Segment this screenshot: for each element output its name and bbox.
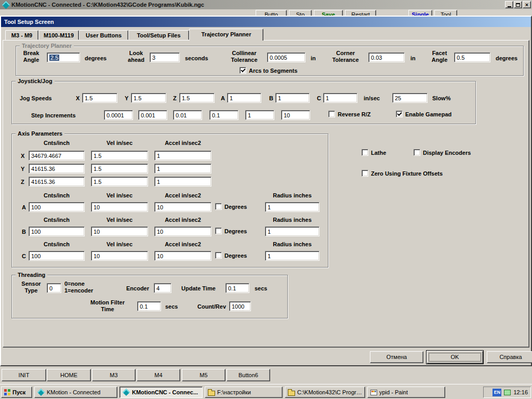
tab-tool-setup-files[interactable]: Tool/Setup Files xyxy=(128,30,189,40)
update-time-input[interactable]: 0.1 xyxy=(225,283,249,293)
look-ahead-input[interactable]: 3 xyxy=(150,52,180,62)
enable-gamepad-checkbox[interactable]: Enable Gamepad xyxy=(396,111,451,118)
jog-speed-b-input[interactable]: 1 xyxy=(275,93,310,103)
cancel-button[interactable]: Отмена xyxy=(370,351,423,363)
tab-user-buttons[interactable]: User Buttons xyxy=(79,30,128,40)
main-window-titlebar[interactable]: KMotionCNC - Connected - C:\KMotion432\G… xyxy=(0,0,532,9)
background-button-fragment[interactable]: Sto xyxy=(289,10,312,16)
jog-speed-c-input[interactable]: 1 xyxy=(323,93,357,103)
taskbar-item-cprograms-folder[interactable]: C:\KMotion432\C Programs xyxy=(285,387,365,398)
axis-z-accel-input[interactable]: 1 xyxy=(154,177,211,187)
zero-fixture-offsets-checkbox[interactable]: Zero Using Fixture Offsets xyxy=(362,170,443,177)
cnts-inch-header: Cnts/inch xyxy=(29,140,85,147)
taskbar-item-kmotion[interactable]: KMotion - Connected xyxy=(34,387,117,398)
macro-button-m4[interactable]: M4 xyxy=(137,369,180,381)
lathe-checkbox[interactable]: Lathe xyxy=(362,149,386,156)
axis-b-degrees-checkbox[interactable]: Degrees xyxy=(215,228,247,235)
step-increment-1-value: 0.0001 xyxy=(107,112,124,118)
axis-b-cnts-input[interactable]: 100 xyxy=(29,227,85,236)
step-increment-3-input[interactable]: 0.01 xyxy=(173,110,202,120)
reverse-rz-checkbox[interactable]: Reverse R/Z xyxy=(328,111,371,118)
axis-group-caption: Axis Parameters xyxy=(16,130,64,137)
collinear-tolerance-input[interactable]: 0.0005 xyxy=(267,52,305,62)
radius-header: Radius inches xyxy=(265,217,320,223)
axis-y-accel-value: 1 xyxy=(157,166,160,172)
windows-logo-icon xyxy=(4,389,10,395)
tray-network-icon[interactable] xyxy=(504,390,511,395)
macro-button-home[interactable]: HOME xyxy=(47,369,91,381)
break-angle-unit: degrees xyxy=(85,55,107,62)
corner-tolerance-input[interactable]: 0.03 xyxy=(368,52,405,62)
start-button[interactable]: Пуск xyxy=(1,387,32,398)
break-angle-input[interactable]: 2.5 xyxy=(47,52,80,62)
macro-button-button6[interactable]: Button6 xyxy=(227,369,270,381)
axis-y-accel-input[interactable]: 1 xyxy=(154,164,211,174)
step-increment-4-input[interactable]: 0.1 xyxy=(209,110,238,120)
language-indicator[interactable]: EN xyxy=(493,389,501,396)
encoder-input[interactable]: 4 xyxy=(154,283,171,293)
axis-c-degrees-label: Degrees xyxy=(224,252,247,259)
help-button[interactable]: Справка xyxy=(487,351,532,363)
motion-filter-time-input[interactable]: 0.1 xyxy=(137,301,161,311)
axis-b-accel-input[interactable]: 10 xyxy=(154,227,211,236)
axis-z-cnts-input[interactable]: 41615.36 xyxy=(29,177,85,187)
axis-c-vel-input[interactable]: 10 xyxy=(91,251,148,261)
tool-button-fragment[interactable]: Tool xyxy=(434,10,457,16)
axis-a-radius-input[interactable]: 1 xyxy=(265,202,320,212)
maximize-button[interactable] xyxy=(514,1,522,8)
axis-a-cnts-input[interactable]: 100 xyxy=(29,202,85,212)
ok-button[interactable]: OK xyxy=(426,350,484,364)
jog-speed-a-input[interactable]: 1 xyxy=(227,93,261,103)
axis-x-accel-input[interactable]: 1 xyxy=(154,151,211,161)
axis-b-vel-input[interactable]: 10 xyxy=(91,227,148,236)
axis-a-degrees-checkbox[interactable]: Degrees xyxy=(215,203,247,210)
single-button-fragment[interactable]: Single xyxy=(408,10,432,16)
axis-c-cnts-input[interactable]: 100 xyxy=(29,251,85,261)
sensor-type-input[interactable]: 0 xyxy=(47,283,61,293)
count-rev-input[interactable]: 1000 xyxy=(229,301,251,311)
arcs-to-segments-label: Arcs to Segments xyxy=(249,67,298,74)
axis-b-radius-input[interactable]: 1 xyxy=(265,227,320,236)
taskbar-item-nastroyki-folder[interactable]: F:\настройки xyxy=(205,387,283,398)
axis-a-vel-input[interactable]: 10 xyxy=(91,202,148,212)
tab-trajectory-planner[interactable]: Trajectory Planner xyxy=(189,29,263,41)
step-increment-5-input[interactable]: 1 xyxy=(245,110,274,120)
minimize-button[interactable] xyxy=(505,1,513,8)
taskbar-item-paint[interactable]: ypid - Paint xyxy=(367,387,445,398)
jog-speed-y-input[interactable]: 1.5 xyxy=(131,93,166,103)
dialog-titlebar[interactable]: Tool Setup Screen xyxy=(1,17,531,27)
axis-c-degrees-checkbox[interactable]: Degrees xyxy=(215,252,247,259)
restart-button-fragment[interactable]: Restart xyxy=(345,10,376,16)
jog-speed-x-input[interactable]: 1.5 xyxy=(82,93,117,103)
facet-angle-input[interactable]: 0.5 xyxy=(454,52,490,62)
step-increment-2-input[interactable]: 0.001 xyxy=(138,110,167,120)
axis-b-radius-value: 1 xyxy=(268,229,271,235)
step-increment-6-input[interactable]: 10 xyxy=(281,110,310,120)
background-button-fragment[interactable]: Butto xyxy=(256,10,287,16)
arcs-to-segments-checkbox[interactable]: Arcs to Segments xyxy=(240,67,298,74)
jog-speed-z-input[interactable]: 1.5 xyxy=(179,93,215,103)
step-increment-1-input[interactable]: 0.0001 xyxy=(104,110,133,120)
axis-y-cnts-input[interactable]: 41615.36 xyxy=(29,164,85,174)
close-button[interactable]: × xyxy=(523,1,531,8)
slow-percent-input[interactable]: 25 xyxy=(392,93,428,103)
macro-button-m3[interactable]: M3 xyxy=(92,369,136,381)
checkbox-icon xyxy=(362,170,368,177)
axis-c-accel-input[interactable]: 10 xyxy=(154,251,211,261)
jog-speed-b-value: 1 xyxy=(278,95,281,101)
macro-button-m5[interactable]: M5 xyxy=(182,369,225,381)
jog-axis-a-label: A xyxy=(221,95,225,102)
save-button-fragment[interactable]: Save xyxy=(314,10,343,16)
axis-y-vel-input[interactable]: 1.5 xyxy=(91,164,148,174)
axis-x-vel-input[interactable]: 1.5 xyxy=(91,151,148,161)
axis-z-vel-input[interactable]: 1.5 xyxy=(91,177,148,187)
tab-m3-m9[interactable]: M3 - M9 xyxy=(5,30,38,40)
axis-x-cnts-input[interactable]: 34679.4667 xyxy=(29,151,85,161)
tab-m100-m119[interactable]: M100-M119 xyxy=(38,30,79,40)
display-encoders-checkbox[interactable]: Display Encoders xyxy=(414,149,471,156)
axis-c-radius-input[interactable]: 1 xyxy=(265,251,320,261)
taskbar-item-kmotioncnc[interactable]: KMotionCNC - Connec... xyxy=(119,387,203,398)
axis-a-accel-input[interactable]: 10 xyxy=(154,202,211,212)
macro-button-init[interactable]: INIT xyxy=(2,369,46,381)
jog-axis-c-label: C xyxy=(317,95,321,102)
